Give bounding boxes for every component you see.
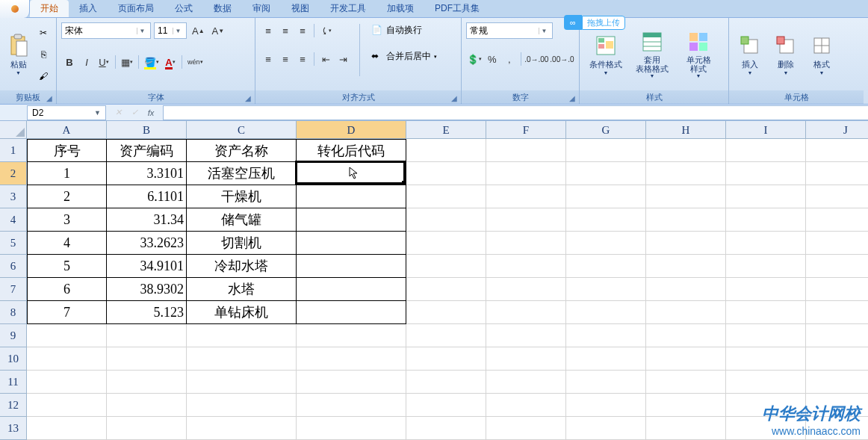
cell-G3[interactable] [566,185,646,208]
cell-A9[interactable] [27,324,107,347]
cell-H8[interactable] [646,301,726,324]
border-button[interactable]: ▦▾ [119,54,135,70]
cell-H6[interactable] [646,255,726,278]
row-header-2[interactable]: 2 [0,162,27,185]
underline-button[interactable]: U▾ [96,54,112,70]
col-header-A[interactable]: A [27,121,107,139]
confirm-formula-button[interactable]: ✓ [127,106,142,120]
cell-F9[interactable] [486,324,566,347]
cell-E11[interactable] [406,371,486,394]
cell-G5[interactable] [566,232,646,255]
row-header-13[interactable]: 13 [0,417,27,440]
cell-I9[interactable] [726,324,806,347]
cell-B13[interactable] [107,417,187,440]
cell-C10[interactable] [187,347,297,371]
row-header-7[interactable]: 7 [0,278,27,301]
cell-D8[interactable] [297,301,406,324]
cell-E10[interactable] [406,347,486,371]
cancel-formula-button[interactable]: ✕ [111,106,125,120]
tab-3[interactable]: 公式 [164,0,203,17]
cell-I10[interactable] [726,347,806,371]
col-header-H[interactable]: H [646,121,726,139]
number-format-combo[interactable]: 常规▼ [466,22,553,39]
align-top-button[interactable]: ≡ [260,22,276,39]
cell-A10[interactable] [27,347,107,371]
cell-C3[interactable]: 干燥机 [187,185,297,208]
cell-E9[interactable] [406,324,486,347]
cell-styles-button[interactable]: 单元格 样式▼ [675,21,722,87]
col-header-D[interactable]: D [297,121,406,139]
col-header-C[interactable]: C [187,121,297,139]
cell-H11[interactable] [646,371,726,394]
cell-B2[interactable]: 3.3101 [107,162,187,185]
cell-F4[interactable] [486,208,566,232]
cell-G13[interactable] [566,417,646,440]
cell-G1[interactable] [566,139,646,162]
cell-H5[interactable] [646,232,726,255]
upload-badge[interactable]: ∞ 拖拽上传 [564,15,625,30]
cell-D5[interactable] [297,232,406,255]
format-table-button[interactable]: 套用 表格格式▼ [629,21,675,87]
cell-A11[interactable] [27,371,107,394]
cell-A5[interactable]: 4 [27,232,107,255]
cell-F10[interactable] [486,347,566,371]
cell-D4[interactable] [297,208,406,232]
cell-C9[interactable] [187,324,297,347]
cut-button[interactable]: ✂ [35,25,52,41]
cell-B7[interactable]: 38.9302 [107,278,187,301]
cell-A7[interactable]: 6 [27,278,107,301]
fx-button[interactable]: fx [143,106,158,120]
font-color-button[interactable]: A▾ [162,54,179,70]
col-header-F[interactable]: F [486,121,566,139]
tab-5[interactable]: 审阅 [242,0,281,17]
bold-button[interactable]: B [61,54,78,70]
cell-D10[interactable] [297,347,406,371]
row-header-6[interactable]: 6 [0,255,27,278]
decrease-decimal-button[interactable]: .00→.0 [550,51,574,67]
cell-C6[interactable]: 冷却水塔 [187,255,297,278]
font-launcher[interactable]: ◢ [243,92,253,102]
cell-E2[interactable] [406,162,486,185]
cell-H1[interactable] [646,139,726,162]
col-header-I[interactable]: I [726,121,806,139]
wrap-text-button[interactable]: 📄自动换行 [368,22,440,38]
cell-D7[interactable] [297,278,406,301]
cell-C12[interactable] [187,394,297,417]
grow-font-button[interactable]: A▲ [190,22,207,39]
office-button[interactable] [0,0,30,18]
cell-D9[interactable] [297,324,406,347]
cell-F6[interactable] [486,255,566,278]
cell-J8[interactable] [806,301,868,324]
col-header-G[interactable]: G [566,121,646,139]
cell-J11[interactable] [806,371,868,394]
cell-C1[interactable]: 资产名称 [187,139,297,162]
col-header-J[interactable]: J [806,121,868,139]
cell-E5[interactable] [406,232,486,255]
cell-B5[interactable]: 33.2623 [107,232,187,255]
cell-A2[interactable]: 1 [27,162,107,185]
cell-F2[interactable] [486,162,566,185]
cell-I6[interactable] [726,255,806,278]
name-box[interactable]: D2▼ [27,105,106,120]
col-header-E[interactable]: E [406,121,486,139]
cell-D3[interactable] [297,185,406,208]
row-header-12[interactable]: 12 [0,394,27,417]
font-size-combo[interactable]: 11▼ [154,22,187,39]
cell-F8[interactable] [486,301,566,324]
cell-G8[interactable] [566,301,646,324]
cell-I5[interactable] [726,232,806,255]
clipboard-launcher[interactable]: ◢ [44,92,55,102]
number-launcher[interactable]: ◢ [567,92,577,102]
cell-F11[interactable] [486,371,566,394]
tab-0[interactable]: 开始 [30,0,69,17]
indent-decrease-button[interactable]: ⇤ [317,51,334,67]
cell-C5[interactable]: 切割机 [187,232,297,255]
align-middle-button[interactable]: ≡ [277,22,294,39]
row-header-3[interactable]: 3 [0,185,27,208]
cell-H12[interactable] [646,394,726,417]
row-header-10[interactable]: 10 [0,347,27,371]
cell-B1[interactable]: 资产编码 [107,139,187,162]
cell-A12[interactable] [27,394,107,417]
shrink-font-button[interactable]: A▼ [210,22,227,39]
row-header-8[interactable]: 8 [0,301,27,324]
